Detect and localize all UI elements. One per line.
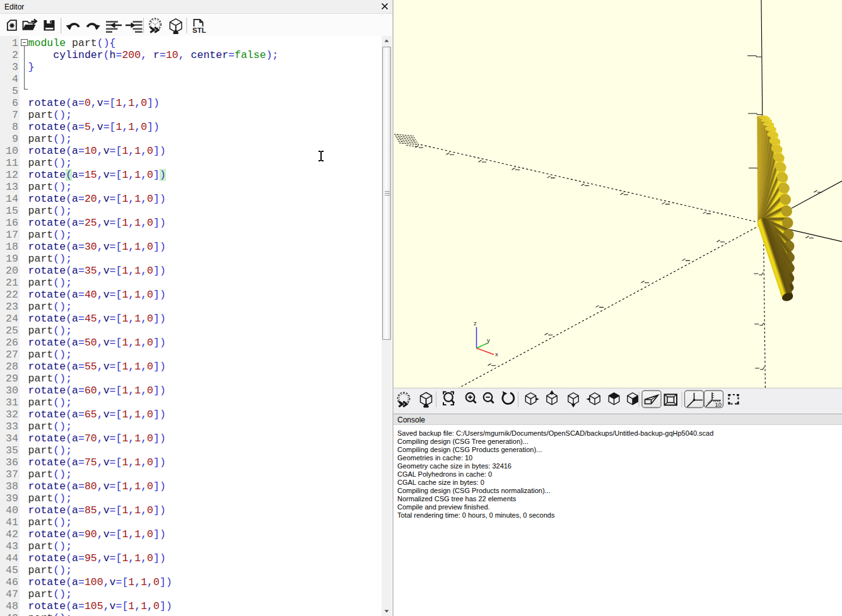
svg-text:y: y [487,337,490,344]
svg-text:STL: STL [192,26,206,34]
svg-text:z: z [474,320,477,327]
svg-text:x: x [495,351,498,357]
svg-text:10: 10 [715,401,722,408]
